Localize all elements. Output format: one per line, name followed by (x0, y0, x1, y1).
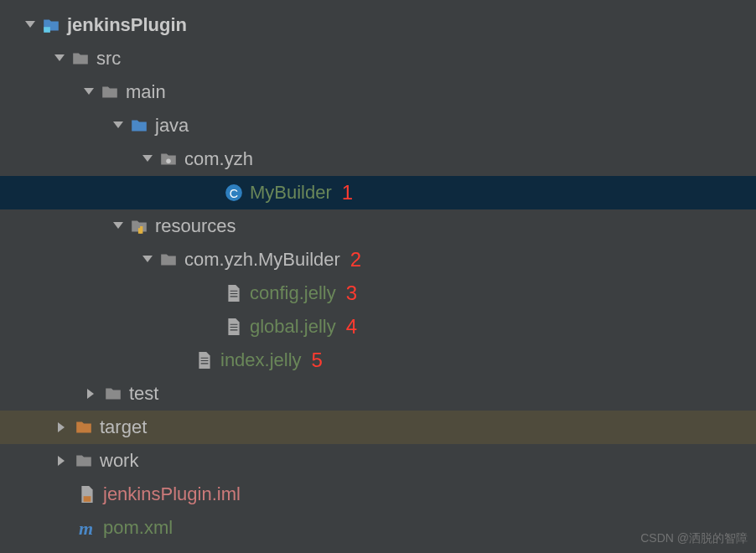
chevron-down-icon (142, 155, 153, 165)
svg-point-1 (166, 158, 171, 163)
folder-icon (159, 251, 178, 269)
svg-text:m: m (79, 519, 93, 537)
chevron-down-icon (25, 21, 35, 31)
tree-folder-com-yzh-mybuilder[interactable]: com.yzh.MyBuilder 2 (0, 243, 756, 276)
annotation-2: 2 (350, 248, 361, 271)
spacer (54, 523, 71, 533)
package-icon (159, 150, 178, 168)
folder-icon (104, 385, 122, 403)
chevron-down-icon (113, 121, 123, 132)
spacer (54, 489, 71, 499)
source-folder-icon (130, 116, 148, 135)
folder-label: jenkinsPlugin (67, 14, 187, 36)
excluded-folder-icon (75, 418, 93, 437)
chevron-right-icon (58, 456, 68, 466)
svg-rect-0 (44, 27, 50, 33)
folder-label: target (100, 416, 147, 438)
spacer (201, 288, 218, 298)
annotation-1: 1 (342, 181, 353, 204)
package-label: com.yzh (184, 148, 253, 170)
tree-folder-work[interactable]: work (0, 444, 756, 478)
chevron-down-icon (84, 88, 94, 98)
iml-file-icon (78, 485, 96, 504)
file-icon (225, 284, 243, 302)
spacer (201, 322, 218, 332)
folder-label: main (126, 81, 166, 103)
folder-label: work (100, 450, 138, 472)
file-label: global.jelly (250, 316, 336, 338)
spacer (172, 355, 189, 365)
annotation-5: 5 (312, 349, 323, 372)
tree-file-config-jelly[interactable]: config.jelly 3 (0, 276, 756, 310)
tree-folder-resources[interactable]: resources (0, 209, 756, 243)
file-label: pom.xml (103, 517, 173, 539)
tree-folder-target[interactable]: target (0, 411, 756, 444)
annotation-3: 3 (346, 282, 357, 305)
project-tree: jenkinsPlugin src main java com.yzh (0, 0, 756, 545)
folder-label: test (129, 383, 158, 405)
chevron-down-icon (54, 54, 65, 65)
file-label: index.jelly (220, 349, 302, 371)
class-icon: C (225, 183, 243, 202)
tree-folder-jenkinsplugin[interactable]: jenkinsPlugin (0, 8, 756, 42)
file-icon (195, 351, 214, 370)
class-label: MyBuilder (250, 182, 332, 204)
tree-folder-src[interactable]: src (0, 42, 756, 75)
tree-folder-test[interactable]: test (0, 377, 756, 411)
annotation-4: 4 (346, 315, 357, 339)
tree-file-global-jelly[interactable]: global.jelly 4 (0, 310, 756, 344)
resources-folder-icon (130, 217, 148, 235)
chevron-down-icon (113, 222, 123, 232)
module-folder-icon (42, 16, 60, 34)
folder-label: java (155, 115, 189, 137)
svg-rect-5 (138, 228, 141, 234)
chevron-right-icon (58, 422, 68, 432)
chevron-down-icon (142, 256, 153, 266)
svg-text:C: C (230, 187, 238, 200)
maven-icon: m (78, 519, 96, 537)
tree-package-com-yzh[interactable]: com.yzh (0, 142, 756, 176)
folder-icon (75, 452, 93, 470)
folder-label: com.yzh.MyBuilder (184, 249, 340, 271)
chevron-right-icon (87, 389, 97, 399)
folder-icon (101, 83, 119, 101)
tree-file-index-jelly[interactable]: index.jelly 5 (0, 344, 756, 377)
spacer (201, 188, 218, 198)
tree-folder-main[interactable]: main (0, 75, 756, 109)
file-icon (225, 318, 243, 336)
tree-file-iml[interactable]: jenkinsPlugin.iml (0, 478, 756, 511)
tree-class-mybuilder[interactable]: C MyBuilder 1 (0, 176, 756, 209)
watermark: CSDN @洒脱的智障 (640, 531, 748, 546)
svg-rect-6 (84, 496, 91, 502)
folder-icon (71, 49, 90, 68)
folder-label: resources (155, 215, 236, 237)
tree-folder-java[interactable]: java (0, 109, 756, 142)
file-label: jenkinsPlugin.iml (103, 483, 241, 505)
folder-label: src (96, 48, 121, 70)
file-label: config.jelly (250, 282, 336, 304)
